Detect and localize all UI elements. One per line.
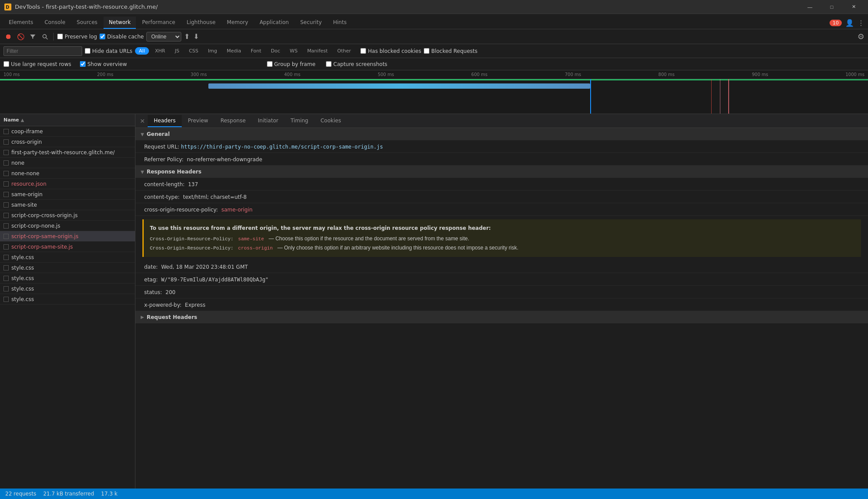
filter-all[interactable]: All <box>135 47 149 55</box>
file-checkbox[interactable] <box>3 276 9 281</box>
file-checkbox[interactable] <box>3 234 9 239</box>
tab-application[interactable]: Application <box>254 17 294 29</box>
file-checkbox[interactable] <box>3 255 9 260</box>
tab-sources[interactable]: Sources <box>72 17 103 29</box>
file-checkbox[interactable] <box>3 171 9 176</box>
filter-ws[interactable]: WS <box>286 47 301 55</box>
list-item[interactable]: style.css <box>0 294 135 305</box>
list-item[interactable]: style.css <box>0 263 135 273</box>
list-item-selected[interactable]: script-corp-same-origin.js <box>0 231 135 242</box>
tab-preview[interactable]: Preview <box>182 115 214 127</box>
record-button[interactable]: ⏺ <box>3 32 13 42</box>
tab-security[interactable]: Security <box>295 17 327 29</box>
user-icon[interactable]: 👤 <box>845 19 854 27</box>
file-checkbox[interactable] <box>3 213 9 218</box>
file-checkbox[interactable] <box>3 192 9 197</box>
file-checkbox[interactable] <box>3 223 9 229</box>
file-checkbox[interactable] <box>3 244 9 250</box>
file-checkbox[interactable] <box>3 150 9 155</box>
show-overview-checkbox[interactable] <box>80 61 86 67</box>
large-rows-label[interactable]: Use large request rows <box>3 61 71 67</box>
error-badge[interactable]: 10 <box>830 20 842 26</box>
request-headers-section[interactable]: ▶ Request Headers <box>135 311 868 323</box>
filter-icon[interactable] <box>28 32 38 42</box>
filter-manifest[interactable]: Manifest <box>304 47 331 55</box>
stop-button[interactable]: 🚫 <box>16 32 25 42</box>
has-blocked-cookies-label[interactable]: Has blocked cookies <box>360 48 421 54</box>
list-item[interactable]: style.css <box>0 284 135 294</box>
list-item[interactable]: cross-origin <box>0 137 135 147</box>
filter-css[interactable]: CSS <box>185 47 202 55</box>
list-item[interactable]: same-origin <box>0 189 135 200</box>
blocked-requests-label[interactable]: Blocked Requests <box>424 48 477 54</box>
response-headers-section[interactable]: ▼ Response Headers <box>135 166 868 178</box>
timeline-container[interactable]: 100 ms 200 ms 300 ms 400 ms 500 ms 600 m… <box>0 70 868 114</box>
tab-initiator[interactable]: Initiator <box>252 115 284 127</box>
group-by-frame-checkbox[interactable] <box>267 61 273 67</box>
tab-memory[interactable]: Memory <box>221 17 253 29</box>
list-item[interactable]: none <box>0 158 135 168</box>
list-item[interactable]: first-party-test-with-resource.glitch.me… <box>0 147 135 158</box>
tab-elements[interactable]: Elements <box>3 17 38 29</box>
tab-response[interactable]: Response <box>214 115 252 127</box>
filter-input[interactable] <box>3 46 82 56</box>
hide-data-urls-checkbox[interactable] <box>85 48 90 54</box>
general-section-header[interactable]: ▼ General <box>135 128 868 140</box>
list-item[interactable]: same-site <box>0 200 135 210</box>
list-item[interactable]: style.css <box>0 252 135 263</box>
file-checkbox[interactable] <box>3 265 9 270</box>
filter-xhr[interactable]: XHR <box>152 47 169 55</box>
filter-img[interactable]: Img <box>204 47 221 55</box>
close-panel-button[interactable]: ✕ <box>137 116 148 126</box>
group-by-frame-label[interactable]: Group by frame <box>267 61 315 67</box>
capture-screenshots-label[interactable]: Capture screenshots <box>326 61 387 67</box>
file-checkbox[interactable] <box>3 202 9 208</box>
preserve-log-checkbox[interactable] <box>57 34 63 39</box>
preserve-log-label[interactable]: Preserve log <box>57 34 97 40</box>
download-icon[interactable]: ⬇ <box>194 32 199 41</box>
show-overview-label[interactable]: Show overview <box>80 61 127 67</box>
filter-other[interactable]: Other <box>334 47 354 55</box>
settings-icon[interactable]: ⚙ <box>858 32 865 41</box>
tab-lighthouse[interactable]: Lighthouse <box>181 17 221 29</box>
file-checkbox[interactable] <box>3 286 9 291</box>
list-item[interactable]: script-corp-cross-origin.js <box>0 210 135 221</box>
capture-screenshots-checkbox[interactable] <box>326 61 332 67</box>
list-item[interactable]: none-none <box>0 168 135 179</box>
filter-media[interactable]: Media <box>223 47 245 55</box>
filter-js[interactable]: JS <box>171 47 183 55</box>
filter-doc[interactable]: Doc <box>267 47 284 55</box>
throttle-select[interactable]: Online Fast 3G Slow 3G Offline <box>146 32 181 42</box>
tab-performance[interactable]: Performance <box>137 17 180 29</box>
filter-font[interactable]: Font <box>247 47 265 55</box>
file-checkbox[interactable] <box>3 139 9 145</box>
tab-timing[interactable]: Timing <box>284 115 315 127</box>
list-item[interactable]: script-corp-same-site.js <box>0 242 135 252</box>
disable-cache-checkbox[interactable] <box>100 34 105 39</box>
file-checkbox[interactable] <box>3 129 9 134</box>
list-item[interactable]: coop-iframe <box>0 126 135 137</box>
more-options-icon[interactable]: ⋮ <box>858 19 865 27</box>
tab-headers[interactable]: Headers <box>148 115 182 127</box>
disable-cache-label[interactable]: Disable cache <box>100 34 144 40</box>
minimize-button[interactable]: — <box>800 0 820 14</box>
blocked-requests-checkbox[interactable] <box>424 48 429 54</box>
has-blocked-cookies-checkbox[interactable] <box>360 48 366 54</box>
list-item[interactable]: style.css <box>0 273 135 284</box>
timeline-graph[interactable] <box>0 79 868 114</box>
file-checkbox[interactable] <box>3 181 9 187</box>
close-button[interactable]: ✕ <box>844 0 864 14</box>
file-checkbox[interactable] <box>3 297 9 302</box>
large-rows-checkbox[interactable] <box>3 61 9 67</box>
tab-cookies[interactable]: Cookies <box>315 115 347 127</box>
list-item[interactable]: resource.json <box>0 179 135 189</box>
maximize-button[interactable]: □ <box>822 0 842 14</box>
upload-icon[interactable]: ⬆ <box>184 32 190 41</box>
list-item[interactable]: script-corp-none.js <box>0 221 135 231</box>
file-checkbox[interactable] <box>3 160 9 166</box>
tab-console[interactable]: Console <box>39 17 71 29</box>
tab-network[interactable]: Network <box>104 17 136 29</box>
tab-hints[interactable]: Hints <box>328 17 352 29</box>
search-icon[interactable] <box>40 32 50 42</box>
hide-data-urls-label[interactable]: Hide data URLs <box>85 48 132 54</box>
